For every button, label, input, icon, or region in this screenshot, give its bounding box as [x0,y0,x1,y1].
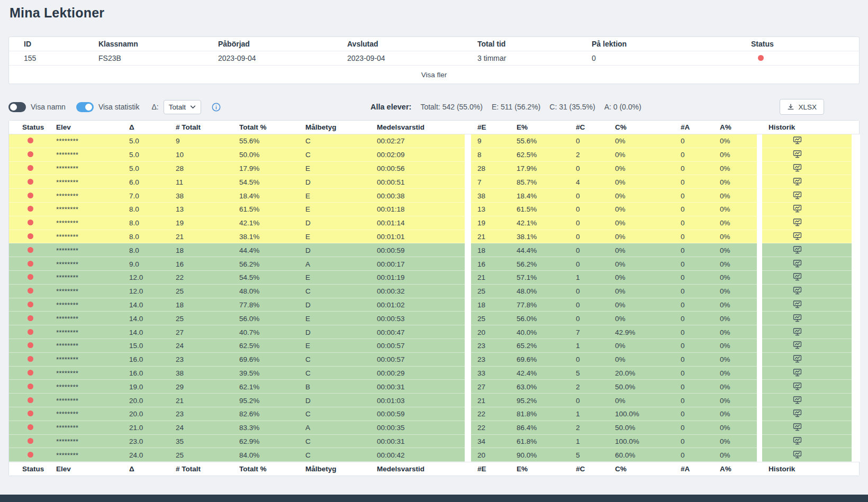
e-percent: 57.1% [517,273,576,281]
student-row[interactable]: ******** 20.0 21 95.2% D 00:01:03 21 95.… [9,394,859,407]
student-row[interactable]: ******** 14.0 27 40.7% D 00:00:47 20 40.… [9,325,859,339]
history-icon[interactable] [793,409,802,417]
c-count: 0 [576,165,615,172]
history-icon[interactable] [793,368,802,377]
student-row[interactable]: ******** 5.0 10 50.0% C 00:02:09 8 62.5%… [9,148,859,162]
e-count: 38 [471,192,517,200]
student-row[interactable]: ******** 16.0 23 69.6% C 00:00:57 23 69.… [9,353,859,367]
totalt-percent: 54.5% [239,178,305,186]
student-row[interactable]: ******** 23.0 35 62.9% C 00:00:31 34 61.… [9,435,859,449]
history-icon[interactable] [793,396,802,404]
totalt-count: 35 [176,437,239,445]
column-separator [757,134,762,148]
lesson-row[interactable]: 155 FS23B 2023-09-04 2023-09-04 3 timmar… [9,51,859,66]
history-icon[interactable] [793,163,802,172]
table-right-edge [852,435,860,449]
visa-statistik-toggle[interactable] [76,102,94,112]
student-row[interactable]: ******** 7.0 38 18.4% E 00:00:38 38 18.4… [9,189,859,203]
student-row[interactable]: ******** 5.0 9 55.6% C 00:02:27 9 55.6% … [9,134,859,148]
delta-value: 14.0 [129,328,176,336]
status-dot [28,329,33,335]
student-row[interactable]: ******** 9.0 16 56.2% A 00:00:17 16 56.2… [9,257,859,271]
c-percent: 50.0% [615,383,681,391]
column-separator [757,285,762,298]
c-percent: 0% [615,273,681,281]
student-row[interactable]: ******** 5.0 28 17.9% E 00:00:56 28 17.9… [9,162,859,176]
visa-namn-toggle[interactable] [8,102,26,112]
history-icon[interactable] [793,218,802,226]
history-icon[interactable] [793,272,802,281]
history-icon[interactable] [793,177,802,186]
col-header-delta: Δ [129,123,176,131]
c-count: 1 [576,437,615,445]
history-icon[interactable] [793,354,802,363]
table-right-edge [852,312,860,325]
visa-fler-link[interactable]: Visa fler [421,71,447,79]
history-icon[interactable] [793,327,802,336]
c-percent: 0% [615,315,681,323]
col-header-avslutad: Avslutad [347,40,477,48]
col-footer-a-pct: A% [720,465,757,473]
totalt-percent: 17.9% [239,165,305,172]
a-count: 0 [681,355,720,363]
status-dot [28,397,33,403]
c-percent: 0% [615,301,681,309]
xlsx-export-button[interactable]: XLSX [780,99,824,115]
history-icon[interactable] [793,286,802,295]
history-icon[interactable] [793,314,802,322]
c-percent: 0% [615,287,681,295]
col-footer-totalt: # Totalt [176,465,239,473]
history-icon[interactable] [793,204,802,213]
history-icon[interactable] [793,436,802,445]
totalt-count: 23 [176,410,239,418]
history-icon[interactable] [793,136,802,144]
history-icon[interactable] [793,450,802,459]
student-row[interactable]: ******** 12.0 25 48.0% C 00:00:32 25 48.… [9,285,859,298]
table-right-edge [852,394,860,407]
totalt-percent: 40.7% [239,328,305,336]
info-icon[interactable] [211,102,221,112]
col-header-total-tid: Total tid [477,40,592,48]
history-icon[interactable] [793,382,802,390]
student-row[interactable]: ******** 16.0 38 39.5% C 00:00:29 33 42.… [9,367,859,380]
column-separator [757,175,762,189]
column-separator [465,257,471,271]
column-separator [465,448,471,462]
student-row[interactable]: ******** 19.0 29 62.1% B 00:00:31 27 63.… [9,380,859,394]
student-row[interactable]: ******** 24.0 25 84.0% C 00:00:42 20 90.… [9,448,859,462]
history-icon[interactable] [793,341,802,349]
c-percent: 0% [615,151,681,159]
student-row[interactable]: ******** 14.0 18 77.8% D 00:01:02 18 77.… [9,298,859,312]
a-count: 0 [681,178,720,186]
c-count: 0 [576,247,615,254]
totalt-count: 25 [176,287,239,295]
medelsvarstid-value: 00:00:38 [377,192,465,200]
history-icon[interactable] [793,300,802,308]
delta-select[interactable]: Totalt [164,100,201,114]
medelsvarstid-value: 00:01:03 [377,397,465,405]
a-count: 0 [681,137,720,145]
history-icon[interactable] [793,245,802,254]
student-row[interactable]: ******** 8.0 13 61.5% E 00:01:18 13 61.5… [9,203,859,216]
student-row[interactable]: ******** 15.0 24 62.5% E 00:00:57 23 65.… [9,339,859,353]
malbetyg-grade: C [305,137,377,145]
student-row[interactable]: ******** 20.0 23 82.6% C 00:00:59 22 81.… [9,407,859,421]
page-title: Mina Lektioner [10,5,860,21]
history-icon[interactable] [793,259,802,268]
status-dot [28,384,33,389]
student-row[interactable]: ******** 6.0 11 54.5% D 00:00:51 7 85.7%… [9,175,859,189]
history-icon[interactable] [793,423,802,431]
history-icon[interactable] [793,150,802,158]
e-count: 9 [471,137,517,145]
student-row[interactable]: ******** 21.0 24 83.3% A 00:00:35 22 86.… [9,421,859,435]
student-row[interactable]: ******** 8.0 18 44.4% D 00:00:59 18 44.4… [9,243,859,257]
student-row[interactable]: ******** 8.0 19 42.1% D 00:01:14 19 42.1… [9,216,859,230]
e-count: 27 [471,383,517,391]
totalt-count: 38 [176,369,239,377]
history-icon[interactable] [793,191,802,199]
history-icon[interactable] [793,232,802,240]
student-row[interactable]: ******** 12.0 22 54.5% E 00:01:19 21 57.… [9,271,859,285]
student-row[interactable]: ******** 8.0 21 38.1% E 00:01:01 21 38.1… [9,230,859,244]
alla-elever-label: Alla elever: [370,103,411,111]
student-row[interactable]: ******** 14.0 25 56.0% E 00:00:53 25 56.… [9,312,859,325]
